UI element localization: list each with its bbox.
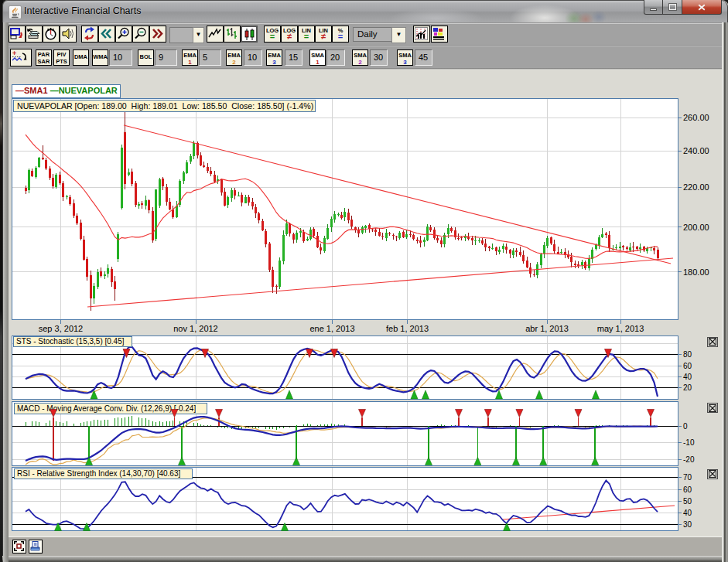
svg-text:80: 80 — [683, 350, 692, 359]
svg-text:abr 1, 2013: abr 1, 2013 — [525, 324, 569, 333]
svg-text:50: 50 — [683, 497, 692, 506]
svg-text:60: 60 — [683, 362, 692, 370]
svg-text:may 1, 2013: may 1, 2013 — [597, 324, 644, 333]
svg-text:40: 40 — [683, 373, 692, 381]
svg-text:feb 1, 2013: feb 1, 2013 — [386, 324, 429, 333]
svg-text:0: 0 — [683, 422, 688, 431]
svg-text:sep 3, 2012: sep 3, 2012 — [39, 324, 84, 333]
svg-text:ene 1, 2013: ene 1, 2013 — [309, 324, 354, 333]
svg-text:260.00: 260.00 — [683, 113, 709, 122]
svg-text:220.00: 220.00 — [683, 182, 709, 192]
svg-text:180.00: 180.00 — [683, 267, 709, 277]
svg-text:30: 30 — [683, 520, 692, 529]
svg-text:70: 70 — [683, 473, 692, 482]
svg-text:40: 40 — [683, 509, 692, 517]
svg-text:200.00: 200.00 — [683, 223, 709, 232]
svg-text:20: 20 — [683, 383, 692, 392]
svg-text:240.00: 240.00 — [683, 146, 709, 155]
svg-text:nov 1, 2012: nov 1, 2012 — [173, 324, 218, 333]
svg-text:-20: -20 — [683, 455, 695, 464]
svg-text:60: 60 — [683, 485, 692, 494]
svg-text:-10: -10 — [683, 438, 695, 447]
